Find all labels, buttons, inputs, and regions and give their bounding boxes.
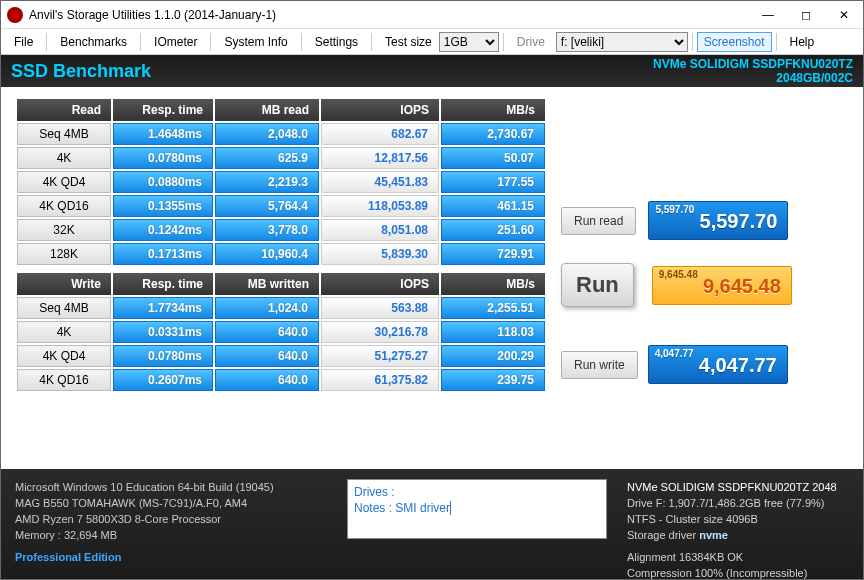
cell-mbs: 2,255.51: [441, 297, 545, 319]
screenshot-button[interactable]: Screenshot: [697, 32, 772, 52]
sysinfo-os: Microsoft Windows 10 Education 64-bit Bu…: [15, 479, 327, 495]
write-table: Write Resp. time MB written IOPS MB/s Se…: [15, 271, 547, 393]
table-row: 32K0.1242ms3,778.08,051.08251.60: [17, 219, 545, 241]
table-row: Seq 4MB1.7734ms1,024.0563.882,255.51: [17, 297, 545, 319]
header-strip: SSD Benchmark NVMe SOLIDIGM SSDPFKNU020T…: [1, 55, 863, 87]
cell-iops: 12,817.56: [321, 147, 439, 169]
menu-help[interactable]: Help: [781, 31, 824, 53]
table-row: Seq 4MB1.4648ms2,048.0682.672,730.67: [17, 123, 545, 145]
drive-align: Alignment 16384KB OK: [627, 549, 849, 565]
hdr-resp2: Resp. time: [113, 273, 213, 295]
sysinfo-cpu: AMD Ryzen 7 5800X3D 8-Core Processor: [15, 511, 327, 527]
driveinfo-panel: NVMe SOLIDIGM SSDPFKNU020TZ 2048 Drive F…: [613, 469, 863, 579]
cell-resp: 0.2607ms: [113, 369, 213, 391]
drive-label: Drive: [508, 31, 554, 53]
cell-mbs: 50.07: [441, 147, 545, 169]
menu-sysinfo[interactable]: System Info: [215, 31, 296, 53]
window-title: Anvil's Storage Utilities 1.1.0 (2014-Ja…: [29, 8, 276, 22]
cell-mb: 2,219.3: [215, 171, 319, 193]
cell-mbs: 239.75: [441, 369, 545, 391]
cell-mb: 5,764.4: [215, 195, 319, 217]
table-row: 4K QD40.0880ms2,219.345,451.83177.55: [17, 171, 545, 193]
menu-file[interactable]: File: [5, 31, 42, 53]
menu-iometer[interactable]: IOmeter: [145, 31, 206, 53]
test-size-select[interactable]: 1GB: [439, 32, 499, 52]
hdr-mbs2: MB/s: [441, 273, 545, 295]
cell-resp: 0.0780ms: [113, 345, 213, 367]
cell-mbs: 200.29: [441, 345, 545, 367]
hdr-mbwritten: MB written: [215, 273, 319, 295]
hdr-mbread: MB read: [215, 99, 319, 121]
cell-mb: 1,024.0: [215, 297, 319, 319]
hdr-iops: IOPS: [321, 99, 439, 121]
page-title: SSD Benchmark: [11, 61, 151, 82]
notes-panel: Drives : Notes : SMI driver: [341, 469, 613, 579]
cell-iops: 51,275.27: [321, 345, 439, 367]
row-label: 4K QD16: [17, 369, 111, 391]
cell-iops: 45,451.83: [321, 171, 439, 193]
row-label: 32K: [17, 219, 111, 241]
cell-resp: 0.1242ms: [113, 219, 213, 241]
cell-iops: 563.88: [321, 297, 439, 319]
read-score-small: 5,597.70: [655, 204, 694, 215]
drive-select[interactable]: f: [veliki]: [556, 32, 688, 52]
cell-resp: 0.1713ms: [113, 243, 213, 265]
device-name: NVMe SOLIDIGM SSDPFKNU020TZ: [653, 57, 853, 71]
cell-iops: 30,216.78: [321, 321, 439, 343]
cell-resp: 0.0880ms: [113, 171, 213, 193]
close-button[interactable]: ✕: [825, 1, 863, 29]
drive-free: Drive F: 1,907.7/1,486.2GB free (77.9%): [627, 495, 849, 511]
read-score-card: 5,597.70 5,597.70: [648, 201, 788, 240]
drive-comp: Compression 100% (Incompressible): [627, 565, 849, 580]
hdr-resp: Resp. time: [113, 99, 213, 121]
minimize-button[interactable]: ―: [749, 1, 787, 29]
write-header-row: Write Resp. time MB written IOPS MB/s: [17, 273, 545, 295]
sysinfo-mb: MAG B550 TOMAHAWK (MS-7C91)/A.F0, AM4: [15, 495, 327, 511]
cell-resp: 1.7734ms: [113, 297, 213, 319]
table-row: 4K QD160.1355ms5,764.4118,053.89461.15: [17, 195, 545, 217]
row-label: Seq 4MB: [17, 123, 111, 145]
table-row: 4K0.0780ms625.912,817.5650.07: [17, 147, 545, 169]
menu-benchmarks[interactable]: Benchmarks: [51, 31, 136, 53]
edition-label: Professional Edition: [15, 549, 121, 565]
write-score-small: 4,047.77: [655, 348, 694, 359]
menubar: File Benchmarks IOmeter System Info Sett…: [1, 29, 863, 55]
cell-mbs: 729.91: [441, 243, 545, 265]
row-label: Seq 4MB: [17, 297, 111, 319]
maximize-button[interactable]: ◻: [787, 1, 825, 29]
cell-mb: 625.9: [215, 147, 319, 169]
footer: Microsoft Windows 10 Education 64-bit Bu…: [1, 469, 863, 579]
cell-mb: 2,048.0: [215, 123, 319, 145]
read-table: Read Resp. time MB read IOPS MB/s Seq 4M…: [15, 97, 547, 267]
drive-model: NVMe SOLIDIGM SSDPFKNU020TZ 2048: [627, 479, 849, 495]
hdr-write: Write: [17, 273, 111, 295]
hdr-read: Read: [17, 99, 111, 121]
row-label: 4K QD16: [17, 195, 111, 217]
table-row: 4K QD40.0780ms640.051,275.27200.29: [17, 345, 545, 367]
run-button[interactable]: Run: [561, 263, 634, 307]
cell-iops: 118,053.89: [321, 195, 439, 217]
cell-mbs: 2,730.67: [441, 123, 545, 145]
cell-iops: 61,375.82: [321, 369, 439, 391]
cell-mb: 640.0: [215, 321, 319, 343]
row-label: 4K: [17, 321, 111, 343]
sysinfo-panel: Microsoft Windows 10 Education 64-bit Bu…: [1, 469, 341, 579]
notes-box[interactable]: Drives : Notes : SMI driver: [347, 479, 607, 539]
table-row: 128K0.1713ms10,960.45,839.30729.91: [17, 243, 545, 265]
cell-resp: 0.1355ms: [113, 195, 213, 217]
device-capacity: 2048GB/002C: [653, 71, 853, 85]
row-label: 4K QD4: [17, 345, 111, 367]
write-score-card: 4,047.77 4,047.77: [648, 345, 788, 384]
cell-mb: 3,778.0: [215, 219, 319, 241]
main-area: Read Resp. time MB read IOPS MB/s Seq 4M…: [1, 87, 863, 469]
run-read-button[interactable]: Run read: [561, 207, 636, 235]
hdr-mbs: MB/s: [441, 99, 545, 121]
menu-settings[interactable]: Settings: [306, 31, 367, 53]
cell-mbs: 251.60: [441, 219, 545, 241]
text-cursor-icon: [450, 501, 451, 515]
cell-mb: 640.0: [215, 345, 319, 367]
titlebar: Anvil's Storage Utilities 1.1.0 (2014-Ja…: [1, 1, 863, 29]
run-write-button[interactable]: Run write: [561, 351, 638, 379]
cell-iops: 682.67: [321, 123, 439, 145]
table-row: 4K0.0331ms640.030,216.78118.03: [17, 321, 545, 343]
